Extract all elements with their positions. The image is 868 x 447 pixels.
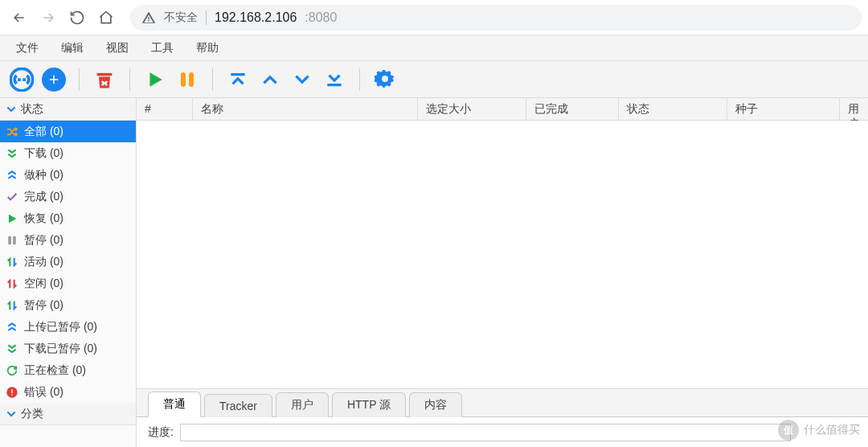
reload-button[interactable]: [64, 5, 90, 31]
chevron-down-icon: [5, 103, 18, 116]
sidebar-categories-label: 分类: [21, 407, 43, 421]
menu-edit[interactable]: 编辑: [50, 36, 95, 60]
toolbar-separator: [79, 68, 80, 91]
insecure-warning-icon: [141, 10, 156, 25]
col-done[interactable]: 已完成: [526, 98, 619, 120]
filter-label: 暂停 (0): [24, 298, 63, 313]
filter-label: 下载 (0): [24, 146, 63, 161]
play-icon: [145, 69, 166, 90]
tab-http-source[interactable]: HTTP 源: [332, 392, 406, 417]
main-area: 状态 全部 (0) 下载 (0) 做种 (0) 完成 (0) 恢复 (0) 暂停…: [0, 98, 868, 447]
menu-tools[interactable]: 工具: [140, 36, 185, 60]
move-up-button[interactable]: [256, 66, 284, 93]
trash-icon: [93, 68, 116, 91]
chevron-top-icon: [227, 69, 248, 90]
filter-label: 暂停 (0): [24, 233, 63, 248]
forward-button[interactable]: [35, 5, 61, 31]
add-link-button[interactable]: [8, 66, 35, 93]
filter-label: 空闲 (0): [24, 277, 63, 291]
refresh-icon: [5, 363, 19, 378]
filter-label: 做种 (0): [24, 168, 63, 182]
col-peers[interactable]: 用户: [840, 98, 868, 120]
torrent-table-body[interactable]: [137, 121, 868, 388]
address-separator: [206, 10, 207, 25]
address-port: :8080: [305, 10, 337, 25]
detail-tabs: 普通 Tracker 用户 HTTP 源 内容: [137, 389, 868, 416]
pause-button[interactable]: [174, 66, 201, 93]
watermark-badge: 值: [778, 420, 799, 441]
filter-label: 正在检查 (0): [24, 363, 86, 378]
transfer-stalled-icon: [5, 277, 19, 291]
filter-checking[interactable]: 正在检查 (0): [0, 359, 136, 381]
sidebar-status-header[interactable]: 状态: [0, 98, 136, 121]
move-down-button[interactable]: [289, 66, 316, 93]
chevron-bottom-icon: [324, 69, 345, 90]
filter-paused2[interactable]: 暂停 (0): [0, 294, 136, 316]
delete-button[interactable]: [91, 66, 118, 93]
filter-downloading[interactable]: 下载 (0): [0, 142, 136, 164]
progress-row: 进度:: [137, 416, 868, 447]
menu-bar: 文件 编辑 视图 工具 帮助: [0, 35, 868, 61]
detail-panel: 普通 Tracker 用户 HTTP 源 内容 进度:: [137, 388, 868, 447]
toolbar: [0, 61, 868, 98]
chevron-up-icon: [260, 69, 280, 90]
pause-icon: [5, 233, 19, 248]
link-icon: [10, 68, 34, 92]
add-torrent-button[interactable]: [40, 66, 68, 93]
svg-rect-5: [8, 236, 11, 244]
tab-general[interactable]: 普通: [148, 392, 201, 417]
arrow-right-icon: [40, 10, 56, 26]
sidebar-header-label: 状态: [21, 102, 43, 117]
resume-button[interactable]: [141, 66, 169, 93]
filter-label: 活动 (0): [24, 255, 63, 269]
move-top-button[interactable]: [224, 66, 252, 93]
filter-seeding[interactable]: 做种 (0): [0, 164, 136, 186]
col-seeds[interactable]: 种子: [727, 98, 840, 120]
svg-rect-9: [11, 394, 12, 395]
menu-help[interactable]: 帮助: [185, 36, 230, 60]
menu-view[interactable]: 视图: [95, 36, 140, 60]
sidebar: 状态 全部 (0) 下载 (0) 做种 (0) 完成 (0) 恢复 (0) 暂停…: [0, 98, 137, 447]
progress-field[interactable]: [180, 424, 791, 441]
filter-stalled[interactable]: 空闲 (0): [0, 273, 136, 294]
filter-label: 上传已暂停 (0): [24, 320, 97, 334]
address-host: 192.168.2.106: [215, 10, 297, 25]
move-bottom-button[interactable]: [321, 66, 348, 93]
filter-label: 下载已暂停 (0): [24, 342, 97, 356]
gear-icon: [375, 69, 395, 90]
arrow-left-icon: [11, 10, 27, 26]
transfer-icon: [5, 255, 19, 269]
col-index[interactable]: #: [137, 98, 193, 120]
settings-button[interactable]: [371, 66, 399, 93]
filter-paused[interactable]: 暂停 (0): [0, 229, 136, 251]
filter-errored[interactable]: 错误 (0): [0, 381, 136, 403]
col-size[interactable]: 选定大小: [418, 98, 526, 120]
filter-upload-paused[interactable]: 上传已暂停 (0): [0, 316, 136, 338]
back-button[interactable]: [6, 5, 32, 31]
tab-content[interactable]: 内容: [409, 392, 462, 417]
shuffle-icon: [5, 125, 19, 139]
home-button[interactable]: [93, 5, 119, 31]
error-icon: [5, 385, 19, 400]
filter-active[interactable]: 活动 (0): [0, 251, 136, 273]
upload-paused-icon: [5, 320, 19, 334]
tab-peers[interactable]: 用户: [276, 392, 329, 417]
filter-resumed[interactable]: 恢复 (0): [0, 207, 136, 229]
toolbar-separator: [359, 68, 360, 91]
check-icon: [5, 190, 19, 204]
content-area: # 名称 选定大小 已完成 状态 种子 用户 普通 Tracker 用户 HTT…: [137, 98, 868, 447]
filter-all[interactable]: 全部 (0): [0, 121, 136, 142]
filter-download-paused[interactable]: 下载已暂停 (0): [0, 338, 136, 359]
download-paused-icon: [5, 342, 19, 356]
watermark: 值 什么值得买: [778, 420, 860, 441]
filter-completed[interactable]: 完成 (0): [0, 186, 136, 207]
tab-tracker[interactable]: Tracker: [204, 394, 272, 417]
address-bar[interactable]: 不安全 192.168.2.106:8080: [130, 5, 862, 31]
filter-label: 全部 (0): [24, 125, 63, 139]
home-icon: [98, 10, 114, 26]
col-name[interactable]: 名称: [193, 98, 418, 120]
menu-file[interactable]: 文件: [5, 36, 50, 60]
sidebar-categories-header[interactable]: 分类: [0, 403, 136, 425]
col-status[interactable]: 状态: [619, 98, 727, 120]
svg-rect-6: [13, 236, 16, 244]
